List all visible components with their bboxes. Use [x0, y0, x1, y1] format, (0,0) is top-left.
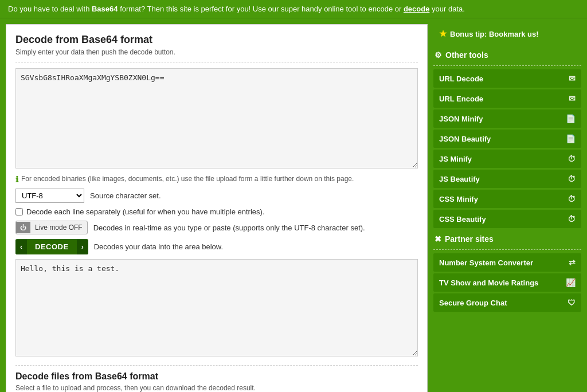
- partner-sites-title: ✖ Partner sites: [433, 230, 581, 247]
- number-converter-icon: ⇄: [569, 258, 576, 267]
- charset-label: Source character set.: [90, 191, 161, 200]
- info-icon: ℹ: [15, 175, 18, 184]
- css-beautify-icon: ⏱: [568, 214, 576, 224]
- css-minify-icon: ⏱: [568, 194, 576, 203]
- js-minify-icon: ⏱: [568, 154, 576, 163]
- sidebar-item-css-minify[interactable]: CSS Minify ⏱: [433, 190, 581, 208]
- tv-ratings-icon: 📈: [566, 278, 576, 287]
- arrow-right-icon: ›: [77, 240, 88, 254]
- banner-decode-link[interactable]: decode: [404, 5, 430, 13]
- files-section-subtitle: Select a file to upload and process, the…: [15, 384, 418, 392]
- sidebar-item-json-minify[interactable]: JSON Minify 📄: [433, 109, 581, 128]
- decode-btn-hint: Decodes your data into the area below.: [94, 242, 223, 251]
- live-mode-row: ⏻ Live mode OFF Decodes in real-time as …: [15, 221, 418, 234]
- sidebar-item-secure-chat[interactable]: Secure Group Chat 🛡: [433, 293, 581, 312]
- sidebar-item-url-decode[interactable]: URL Decode ✉: [433, 69, 581, 88]
- sidebar: ★ Bonus tip: Bookmark us! ⚙ Other tools …: [433, 24, 581, 313]
- layout: Decode from Base64 format Simply enter y…: [0, 18, 587, 392]
- page-subtitle: Simply enter your data then push the dec…: [15, 48, 418, 56]
- sidebar-item-css-beautify[interactable]: CSS Beautify ⏱: [433, 210, 581, 228]
- decoded-output[interactable]: Hello, this is a test.: [15, 259, 418, 356]
- checkbox-label: Decode each line separately (useful for …: [26, 207, 265, 216]
- page-title: Decode from Base64 format: [15, 34, 418, 46]
- url-encode-icon: ✉: [569, 94, 576, 103]
- top-banner: Do you have to deal with Base64 format? …: [0, 0, 587, 18]
- star-icon: ★: [439, 29, 447, 39]
- bonus-tip: ★ Bonus tip: Bookmark us!: [433, 24, 581, 44]
- arrow-left-icon: ‹: [15, 240, 27, 254]
- base64-input[interactable]: SGVsbG8sIHRoaXMgaXMgYSB0ZXN0Lg==: [15, 68, 418, 168]
- json-beautify-icon: 📄: [566, 134, 576, 143]
- secure-chat-icon: 🛡: [568, 298, 576, 307]
- decode-btn-label: DECODE: [27, 239, 77, 254]
- sidebar-item-js-beautify[interactable]: JS Beautify ⏱: [433, 170, 581, 188]
- live-mode-label: Live mode OFF: [30, 221, 87, 234]
- other-tools-title: ⚙ Other tools: [433, 48, 581, 63]
- sidebar-item-number-converter[interactable]: Number System Converter ⇄: [433, 253, 581, 272]
- sidebar-item-json-beautify[interactable]: JSON Beautify 📄: [433, 130, 581, 148]
- live-mode-hint: Decodes in real-time as you type or past…: [93, 224, 365, 232]
- charset-row: UTF-8 ISO-8859-1 Windows-1252 Source cha…: [15, 189, 418, 203]
- decode-btn-row: ‹ DECODE › Decodes your data into the ar…: [15, 239, 418, 254]
- decode-button[interactable]: ‹ DECODE ›: [15, 239, 88, 254]
- hint-binary: ℹ For encoded binaries (like images, doc…: [15, 175, 418, 184]
- charset-select[interactable]: UTF-8 ISO-8859-1 Windows-1252: [15, 189, 84, 203]
- gear-icon: ⚙: [435, 50, 442, 60]
- decode-lines-checkbox[interactable]: [15, 208, 23, 215]
- url-decode-icon: ✉: [569, 74, 576, 83]
- main-panel: Decode from Base64 format Simply enter y…: [6, 24, 428, 392]
- live-mode-button[interactable]: ⏻ Live mode OFF: [15, 221, 88, 234]
- files-section-title: Decode files from Base64 format: [15, 371, 418, 382]
- sidebar-item-js-minify[interactable]: JS Minify ⏱: [433, 150, 581, 168]
- toggle-icon: ⏻: [16, 222, 30, 233]
- partner-icon: ✖: [435, 234, 441, 244]
- sidebar-item-tv-ratings[interactable]: TV Show and Movie Ratings 📈: [433, 273, 581, 292]
- js-beautify-icon: ⏱: [568, 174, 576, 183]
- checkbox-row: Decode each line separately (useful for …: [15, 207, 418, 216]
- banner-text: Do you have to deal with Base64 format? …: [8, 5, 465, 13]
- json-minify-icon: 📄: [566, 114, 576, 123]
- sidebar-item-url-encode[interactable]: URL Encode ✉: [433, 89, 581, 108]
